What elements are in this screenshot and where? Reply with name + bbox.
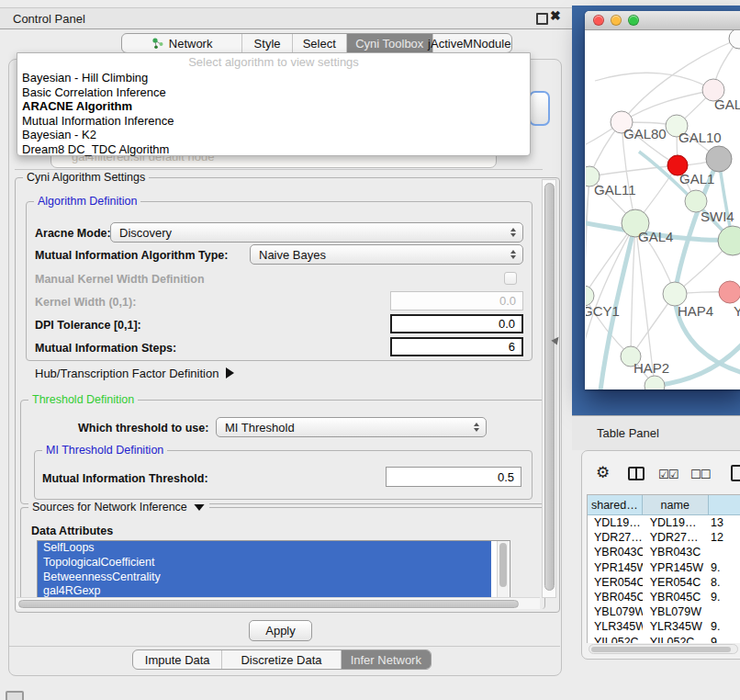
aracne-mode-combo[interactable]: Discovery (110, 222, 523, 243)
network-node[interactable] (729, 30, 740, 49)
column-header-shared-name[interactable]: shared… (588, 495, 643, 515)
columns-icon[interactable] (628, 467, 645, 480)
network-node-label: GAL4 (638, 229, 673, 244)
algorithm-option[interactable]: Bayesian - K2 (17, 128, 530, 142)
network-node-label: GCY1 (586, 303, 620, 319)
network-node-label: GAL1 (679, 171, 714, 186)
algorithm-option[interactable]: Bayesian - Hill Climbing (17, 71, 530, 85)
data-attribute-item[interactable]: TopologicalCoefficient (38, 556, 491, 570)
algorithm-option[interactable]: ARACNE Algorithm (17, 99, 530, 114)
table-row[interactable]: YER054CYER054C8. (588, 575, 740, 590)
close-traffic-light[interactable] (593, 15, 604, 26)
control-panel-tabbar: NetworkStyleSelectCyni ToolboxjActiveMNo… (121, 33, 512, 53)
table-cell: YER054C (588, 576, 643, 589)
table-row[interactable]: YDR27…YDR27…12 (588, 530, 740, 545)
minimize-traffic-light[interactable] (611, 15, 622, 26)
gear-icon[interactable]: ⚙ (596, 464, 610, 482)
document-icon[interactable] (731, 465, 740, 481)
float-panel-icon[interactable] (536, 13, 548, 25)
mi-steps-field[interactable]: 6 (390, 337, 523, 356)
table-row[interactable]: YBL079WYBL079W (588, 604, 740, 619)
data-attribute-item[interactable]: BetweennessCentrality (38, 570, 491, 585)
tab-network[interactable]: Network (122, 34, 242, 52)
deselect-all-checkboxes-icon[interactable]: ☐☐ (690, 468, 710, 481)
data-attribute-item[interactable]: SelfLoops (38, 541, 491, 556)
settings-hscroll-thumb[interactable] (18, 600, 519, 608)
table-row[interactable]: YBR045CYBR045C9. (588, 590, 740, 604)
data-attribute-item[interactable]: gal4RGexp (38, 584, 491, 598)
settings-horizontal-scrollbar[interactable] (17, 597, 540, 609)
column-header-name[interactable]: name (643, 495, 709, 515)
table-hscroll-thumb[interactable] (591, 647, 731, 653)
kernel-width-label: Kernel Width (0,1): (35, 296, 136, 309)
tab-jactivemnodules[interactable]: jActiveMNodules (433, 34, 511, 52)
table-cell: YBR043C (643, 546, 709, 559)
which-threshold-combo[interactable]: MI Threshold (216, 417, 487, 437)
table-row[interactable]: YLR345WYLR345W9. (588, 619, 740, 634)
kernel-width-field[interactable]: 0.0 (390, 291, 523, 310)
tab-infer-network[interactable]: Infer Network (342, 650, 431, 669)
table-cell: YPR145W (588, 561, 643, 574)
node-table: shared… name YDL19…YDL19…13YDR27…YDR27…1… (587, 494, 740, 643)
cyni-settings-group-title: Cyni Algorithm Settings (23, 171, 149, 184)
tab-style[interactable]: Style (242, 34, 293, 52)
mi-type-combo[interactable]: Naive Bayes (250, 244, 523, 265)
algorithm-option[interactable]: Mutual Information Inference (17, 114, 530, 129)
column-header-clipped[interactable] (709, 495, 740, 515)
tab-label: Impute Data (145, 653, 210, 667)
table-cell: 9. (709, 591, 740, 604)
table-cell: YDR27… (643, 531, 709, 544)
network-node-y[interactable] (719, 281, 740, 303)
close-panel-icon[interactable]: ✖ (550, 8, 561, 23)
hub-definition-expander[interactable]: Hub/Transcription Factor Definition (35, 367, 234, 380)
algorithm-dropdown-list: Bayesian - Hill ClimbingBasic Correlatio… (17, 71, 530, 156)
data-attributes-list[interactable]: SelfLoopsTopologicalCoefficientBetweenne… (37, 540, 510, 598)
tab-label: Style (254, 37, 281, 51)
dpi-tolerance-field[interactable]: 0.0 (390, 314, 523, 333)
settings-vertical-scrollbar[interactable] (542, 179, 556, 598)
tab-impute-data[interactable]: Impute Data (133, 650, 222, 669)
algorithm-definition-title: Algorithm Definition (34, 195, 140, 208)
mi-threshold-field[interactable]: 0.5 (386, 467, 521, 487)
table-header-row: shared… name (588, 495, 740, 515)
table-cell: YDL19… (643, 516, 709, 529)
tab-select[interactable]: Select (293, 34, 347, 52)
table-row[interactable]: YPR145WYPR145W9. (588, 560, 740, 575)
network-window-titlebar[interactable] (585, 11, 740, 30)
dpi-tolerance-label: DPI Tolerance [0,1]: (35, 319, 141, 332)
combo-stepper-icon (467, 423, 486, 432)
table-body: YDL19…YDL19…13YDR27…YDR27…12YBR043CYBR04… (588, 515, 740, 643)
network-canvas[interactable]: GALGAL80GAL10GAL1GAL11SWI4GAL4GCY1HAP4YH… (586, 30, 740, 390)
network-view-window[interactable]: GALGAL80GAL10GAL1GAL11SWI4GAL4GCY1HAP4YH… (585, 11, 740, 390)
algorithm-option[interactable]: Basic Correlation Inference (17, 85, 530, 100)
mi-type-label: Mutual Information Algorithm Type: (35, 249, 228, 262)
attributes-scroll-thumb[interactable] (499, 543, 507, 587)
expand-right-icon (226, 367, 234, 378)
network-node-label: HAP2 (633, 360, 669, 376)
select-all-checkboxes-icon[interactable]: ☑☑ (658, 468, 678, 481)
tab-discretize-data[interactable]: Discretize Data (222, 650, 341, 669)
collapsed-panel-icon[interactable] (6, 691, 24, 700)
algorithm-dropdown[interactable]: Select algorithm to view settings Bayesi… (17, 52, 531, 156)
bottom-tabbar: Impute DataDiscretize DataInfer Network (132, 649, 432, 670)
apply-button[interactable]: Apply (249, 620, 312, 641)
table-cell: YBR043C (588, 546, 643, 559)
threshold-definition-title: Threshold Definition (28, 393, 138, 406)
tab-cyni-toolbox[interactable]: Cyni Toolbox (347, 34, 433, 52)
network-node-label: GAL11 (594, 182, 636, 198)
network-node-label: HAP4 (678, 303, 713, 319)
sources-group-title[interactable]: Sources for Network Inference (28, 501, 209, 514)
table-horizontal-scrollbar[interactable] (589, 644, 738, 654)
manual-kernel-checkbox[interactable] (504, 272, 517, 285)
algorithm-dropdown-placeholder: Select algorithm to view settings (17, 53, 530, 71)
algorithm-option[interactable]: Dream8 DC_TDC Algorithm (17, 142, 530, 157)
network-node[interactable] (706, 146, 732, 172)
attributes-list-scrollbar[interactable] (497, 541, 509, 597)
zoom-traffic-light[interactable] (628, 15, 639, 26)
table-row[interactable]: YBR043CYBR043C (588, 545, 740, 559)
table-row[interactable]: YIL052CYIL052C9 (588, 635, 740, 644)
table-row[interactable]: YDL19…YDL19…13 (588, 515, 740, 530)
focused-combo-fragment[interactable] (529, 91, 550, 126)
settings-vscroll-thumb[interactable] (544, 183, 555, 591)
tab-label: Discretize Data (241, 653, 321, 667)
